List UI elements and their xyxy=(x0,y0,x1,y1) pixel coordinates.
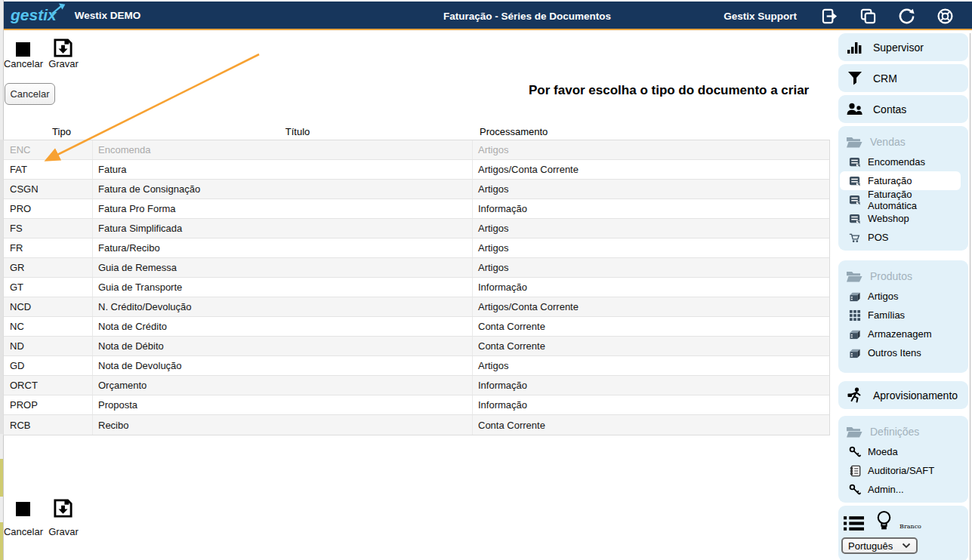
refresh-icon[interactable] xyxy=(898,8,915,25)
sidebar-item-aprovisionamento[interactable]: Aprovisionamento xyxy=(838,381,968,409)
cancel-tool-label[interactable]: Cancelar xyxy=(0,58,47,69)
cell-proc: Artigos xyxy=(473,356,829,375)
copy-window-icon[interactable] xyxy=(859,8,877,25)
table-row[interactable]: RCBReciboConta Corrente xyxy=(4,415,829,435)
col-header-titulo: Título xyxy=(120,126,475,137)
table-row[interactable]: FATFaturaArtigos/Conta Corrente xyxy=(4,160,829,180)
table-row[interactable]: ENCEncomendaArtigos xyxy=(4,140,829,160)
sidebar-item-label: Armazenagem xyxy=(868,328,932,340)
cell-titulo: Guia de Remessa xyxy=(93,258,473,277)
save-floppy-icon-bottom[interactable] xyxy=(53,498,73,518)
save-tool-label-bottom[interactable]: Gravar xyxy=(46,526,81,537)
support-link[interactable]: Gestix Support xyxy=(724,11,797,22)
sidebar-item-admin[interactable]: Admin... xyxy=(840,480,961,499)
table-row[interactable]: PROPPropostaInformação xyxy=(4,395,829,415)
cancel-stop-icon[interactable] xyxy=(16,42,30,57)
save-tool-label[interactable]: Gravar xyxy=(46,58,81,69)
table-row[interactable]: CSGNFatura de ConsignaçãoArtigos xyxy=(4,180,829,199)
sidebar-item-encomendas[interactable]: Encomendas xyxy=(840,152,961,171)
runner-icon xyxy=(847,387,863,404)
table-header: Tipo Título Processamento xyxy=(3,123,830,140)
cell-titulo: Recibo xyxy=(93,415,473,435)
sidebar-item-outros-itens[interactable]: Outros Itens xyxy=(840,343,961,362)
page-title: Faturação - Séries de Documentos xyxy=(443,11,611,22)
table-row[interactable]: NDNota de DébitoConta Corrente xyxy=(4,337,829,356)
cancel-button[interactable]: Cancelar xyxy=(5,83,55,105)
box-icon xyxy=(849,291,861,303)
gestix-logo[interactable]: gestix xyxy=(11,6,57,24)
sidebar-item-auditoria-saft[interactable]: Auditoria/SAFT xyxy=(840,461,961,480)
cell-proc: Artigos xyxy=(473,238,829,257)
table-row[interactable]: ORCTOrçamentoInformação xyxy=(4,376,829,395)
sidebar-group-produtos: Produtos Artigos Famílias Armazenagem Ou… xyxy=(838,260,968,373)
sidebar-item-faturacao-automatica[interactable]: Faturação Automática xyxy=(840,190,961,209)
table-row[interactable]: NCDN. Crédito/DevoluçãoArtigos/Conta Cor… xyxy=(4,297,829,317)
language-select[interactable]: Português xyxy=(841,537,918,554)
table-row[interactable]: PROFatura Pro FormaInformação xyxy=(4,199,829,219)
cell-titulo: N. Crédito/Devolução xyxy=(93,297,473,316)
cell-tipo: FAT xyxy=(4,160,93,179)
box-icon xyxy=(849,347,861,359)
cell-tipo: PRO xyxy=(4,199,93,218)
sidebar-item-label: Contas xyxy=(873,103,906,115)
sidebar-item-label: Faturação Automática xyxy=(868,189,961,211)
company-name: Westix DEMO xyxy=(75,10,141,21)
cell-tipo: FR xyxy=(4,238,93,257)
sidebar-item-label: Supervisor xyxy=(873,42,924,54)
cell-tipo: CSGN xyxy=(4,180,93,198)
document-icon xyxy=(849,194,861,206)
table-row[interactable]: GTGuia de TransporteInformação xyxy=(4,278,829,297)
sidebar-item-pos[interactable]: POS xyxy=(840,228,961,247)
table-row[interactable]: GDNota de DevoluçãoArtigos xyxy=(4,356,829,376)
cancel-stop-icon-bottom[interactable] xyxy=(16,502,30,516)
cell-tipo: NCD xyxy=(4,297,93,316)
cell-proc: Artigos xyxy=(473,140,829,159)
table-row[interactable]: GRGuia de RemessaArtigos xyxy=(4,258,829,278)
table-row[interactable]: FSFatura SimplificadaArtigos xyxy=(4,219,829,238)
sidebar-item-artigos[interactable]: Artigos xyxy=(840,287,961,306)
cell-proc: Informação xyxy=(473,376,829,395)
chevron-down-icon xyxy=(902,543,911,549)
top-bar: gestix Westix DEMO Faturação - Séries de… xyxy=(4,2,972,30)
document-type-table: Tipo Título Processamento ENCEncomendaAr… xyxy=(3,123,830,435)
sidebar-item-faturacao[interactable]: Faturação xyxy=(840,171,961,190)
table-row[interactable]: FRFatura/ReciboArtigos xyxy=(4,238,829,258)
group-header-vendas[interactable]: Vendas xyxy=(838,131,968,152)
sidebar-item-supervisor[interactable]: Supervisor xyxy=(838,33,968,61)
cell-titulo: Fatura xyxy=(93,160,473,179)
table-row[interactable]: NCNota de CréditoConta Corrente xyxy=(4,317,829,337)
sidebar-item-armazenagem[interactable]: Armazenagem xyxy=(840,325,961,343)
logout-icon[interactable] xyxy=(821,8,838,25)
people-icon xyxy=(847,102,863,117)
cell-tipo: PROP xyxy=(4,395,93,414)
key-icon xyxy=(849,446,861,458)
cell-proc: Informação xyxy=(473,278,829,297)
table-body: ENCEncomendaArtigosFATFaturaArtigos/Cont… xyxy=(3,140,830,435)
box-icon xyxy=(849,328,861,340)
sidebar-item-contas[interactable]: Contas xyxy=(838,95,968,123)
help-icon[interactable] xyxy=(937,8,954,25)
save-floppy-icon[interactable] xyxy=(53,38,73,58)
sidebar-item-label: Moeda xyxy=(868,446,898,457)
col-header-processamento: Processamento xyxy=(475,126,548,137)
funnel-icon xyxy=(847,70,863,87)
sidebar-group-vendas: Vendas Encomendas Faturação Faturação Au… xyxy=(838,126,968,251)
cell-titulo: Proposta xyxy=(93,395,473,414)
sidebar-item-moeda[interactable]: Moeda xyxy=(840,442,961,461)
cell-proc: Artigos xyxy=(473,180,829,198)
cell-tipo: GT xyxy=(4,278,93,297)
list-icon[interactable] xyxy=(844,515,864,531)
sidebar-item-webshop[interactable]: Webshop xyxy=(840,209,961,228)
group-header-definicoes[interactable]: Definições xyxy=(838,421,968,442)
lightbulb-icon[interactable] xyxy=(876,510,892,532)
cancel-tool-label-bottom[interactable]: Cancelar xyxy=(0,526,47,537)
cell-tipo: ND xyxy=(4,337,93,355)
sidebar-item-crm[interactable]: CRM xyxy=(838,64,968,92)
prompt-text: Por favor escolha o tipo do documento a … xyxy=(529,83,809,98)
group-header-produtos[interactable]: Produtos xyxy=(838,266,968,287)
cell-titulo: Fatura de Consignação xyxy=(93,180,473,198)
cell-titulo: Guia de Transporte xyxy=(93,278,473,297)
sidebar: Supervisor CRM Contas Vendas Encomendas … xyxy=(838,33,968,560)
sidebar-item-familias[interactable]: Famílias xyxy=(840,306,961,325)
cell-titulo: Fatura/Recibo xyxy=(93,238,473,257)
